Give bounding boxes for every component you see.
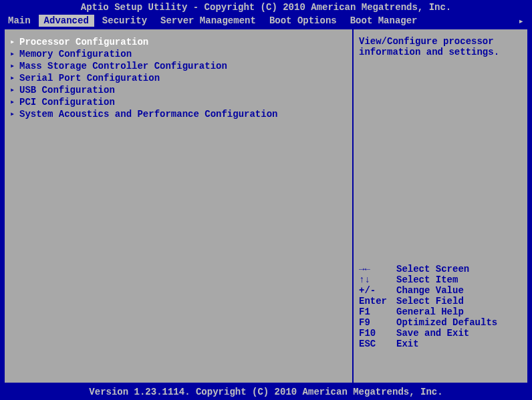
key-name: F9 [359,317,396,328]
menu-usb-configuration[interactable]: ▸ USB Configuration [10,84,347,96]
tab-security[interactable]: Security [97,15,152,27]
key-name: ↑↓ [359,274,396,285]
footer-text: Version 1.23.1114. Copyright (C) 2010 Am… [89,387,442,397]
title-text: Aptio Setup Utility - Copyright (C) 2010… [81,2,452,13]
menu-item-label: PCI Configuration [19,97,115,108]
key-hint-row: F1 General Help [359,307,522,317]
menu-pci-configuration[interactable]: ▸ PCI Configuration [10,96,347,108]
submenu-arrow-icon: ▸ [10,85,19,95]
footer-bar: Version 1.23.1114. Copyright (C) 2010 Am… [0,384,532,400]
key-name: +/- [359,285,396,296]
key-desc: Select Field [396,296,464,307]
submenu-arrow-icon: ▸ [10,37,19,47]
key-hint-row: Enter Select Field [359,296,522,307]
key-name: F1 [359,307,396,317]
menu-serial-port-configuration[interactable]: ▸ Serial Port Configuration [10,72,347,84]
menu-mass-storage-configuration[interactable]: ▸ Mass Storage Controller Configuration [10,60,347,72]
key-desc: Save and Exit [396,328,469,339]
submenu-arrow-icon: ▸ [10,49,19,59]
key-hint-row: F9 Optimized Defaults [359,317,522,328]
key-hint-row: →← Select Screen [359,264,522,274]
key-hint-row: +/- Change Value [359,285,522,296]
tab-advanced[interactable]: Advanced [39,15,94,27]
submenu-arrow-icon: ▸ [10,73,19,83]
key-name: Enter [359,296,396,307]
menu-processor-configuration[interactable]: ▸ Processor Configuration [10,36,347,48]
menu-memory-configuration[interactable]: ▸ Memory Configuration [10,48,347,60]
key-desc: Change Value [396,285,464,296]
menu-item-label: Mass Storage Controller Configuration [19,61,227,71]
help-line: View/Configure processor [359,36,522,47]
key-desc: General Help [396,307,464,317]
tab-scroll-right-icon[interactable]: ▸ [519,15,529,27]
menu-item-label: System Acoustics and Performance Configu… [19,109,277,120]
tab-server-management[interactable]: Server Management [155,15,261,27]
menu-system-acoustics-configuration[interactable]: ▸ System Acoustics and Performance Confi… [10,108,347,120]
key-desc: Select Screen [396,264,469,274]
key-name: ESC [359,339,396,349]
menu-panel: ▸ Processor Configuration ▸ Memory Confi… [5,29,354,383]
key-desc: Exit [396,339,419,349]
submenu-arrow-icon: ▸ [10,61,19,71]
help-line: information and settings. [359,47,522,57]
key-hint-row: ↑↓ Select Item [359,274,522,285]
key-desc: Select Item [396,274,458,285]
key-name: →← [359,264,396,274]
menu-item-label: Memory Configuration [19,49,132,59]
help-text: View/Configure processor information and… [359,36,522,57]
key-name: F10 [359,328,396,339]
key-desc: Optimized Defaults [396,317,497,328]
submenu-arrow-icon: ▸ [10,97,19,108]
key-hints: →← Select Screen ↑↓ Select Item +/- Chan… [359,264,522,376]
title-bar: Aptio Setup Utility - Copyright (C) 2010… [0,0,532,15]
bios-screen: Aptio Setup Utility - Copyright (C) 2010… [0,0,532,400]
key-hint-row: F10 Save and Exit [359,328,522,339]
key-hint-row: ESC Exit [359,339,522,349]
tab-boot-manager[interactable]: Boot Manager [345,15,423,27]
main-area: ▸ Processor Configuration ▸ Memory Confi… [3,28,529,384]
menu-item-label: USB Configuration [19,85,115,95]
tab-main[interactable]: Main [3,15,36,27]
menu-item-label: Serial Port Configuration [19,73,160,83]
menu-item-label: Processor Configuration [19,37,148,47]
submenu-arrow-icon: ▸ [10,109,19,120]
tab-boot-options[interactable]: Boot Options [264,15,342,27]
help-panel: View/Configure processor information and… [354,29,527,383]
tab-bar: Main Advanced Security Server Management… [0,15,532,28]
